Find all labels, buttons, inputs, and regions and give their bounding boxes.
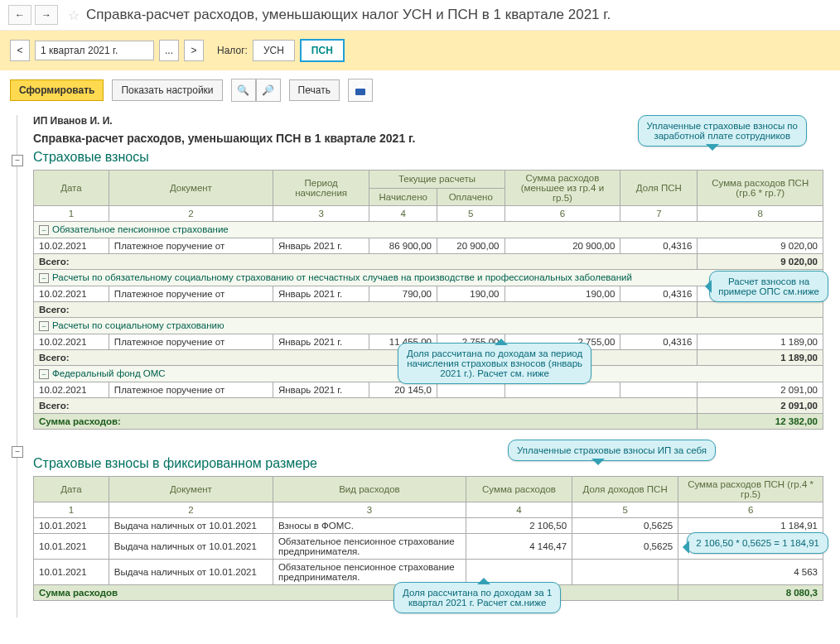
period-next[interactable]: >: [184, 40, 204, 61]
back-button[interactable]: ←: [8, 5, 31, 25]
generate-button[interactable]: Сформировать: [10, 79, 104, 101]
table-row[interactable]: 10.01.2021Выдача наличных от 10.01.2021О…: [34, 559, 823, 584]
arrow-left-icon: ←: [15, 9, 25, 21]
zoom-out-button[interactable]: 🔎: [256, 79, 281, 102]
save-button[interactable]: [348, 79, 373, 102]
row-toggle[interactable]: –: [39, 225, 49, 235]
tab-psn[interactable]: ПСН: [300, 39, 345, 62]
row-toggle[interactable]: –: [39, 369, 49, 379]
callout-ip-self: Уплаченные страховые взносы ИП за себя: [508, 440, 716, 461]
floppy-icon: [355, 85, 365, 95]
tree-toggle-section2[interactable]: –: [12, 446, 23, 458]
table-row[interactable]: 10.01.2021Выдача наличных от 10.01.2021В…: [34, 517, 823, 533]
tab-usn[interactable]: УСН: [253, 40, 295, 61]
forward-button[interactable]: →: [35, 5, 58, 25]
arrow-right-icon: →: [41, 9, 51, 21]
print-button[interactable]: Печать: [289, 79, 340, 101]
favorite-star-icon[interactable]: ☆: [68, 7, 80, 23]
period-select[interactable]: ...: [159, 40, 179, 61]
callout-formula: 2 106,50 * 0,5625 = 1 184,91: [687, 532, 828, 554]
row-toggle[interactable]: –: [39, 273, 49, 283]
callout-payroll: Уплаченные страховые взносы позаработной…: [638, 115, 807, 147]
period-input[interactable]: 1 квартал 2021 г.: [35, 41, 154, 60]
show-settings-button[interactable]: Показать настройки: [112, 79, 222, 101]
table-row[interactable]: 10.02.2021Платежное поручение отЯнварь 2…: [34, 238, 823, 253]
tree-toggle-section1[interactable]: –: [12, 155, 23, 166]
table-insurance: Дата Документ Период начисления Текущие …: [33, 170, 823, 430]
period-prev[interactable]: <: [10, 40, 30, 61]
magnifier-plus-icon: 🔍: [237, 84, 249, 96]
callout-share: Доля рассчитана по доходам за периодначи…: [398, 343, 591, 384]
callout-ops: Расчет взносов напримере ОПС см.ниже: [709, 271, 828, 302]
zoom-in-button[interactable]: 🔍: [231, 79, 256, 102]
row-toggle[interactable]: –: [39, 321, 49, 331]
magnifier-minus-icon: 🔎: [262, 84, 274, 96]
callout-q1: Доля рассчитана по доходам за 1квартал 2…: [393, 582, 561, 613]
page-title: Справка-расчет расходов, уменьшающих нал…: [86, 7, 611, 23]
tax-label: Налог:: [217, 45, 248, 56]
table-row[interactable]: 10.02.2021Платежное поручение отЯнварь 2…: [34, 382, 823, 397]
